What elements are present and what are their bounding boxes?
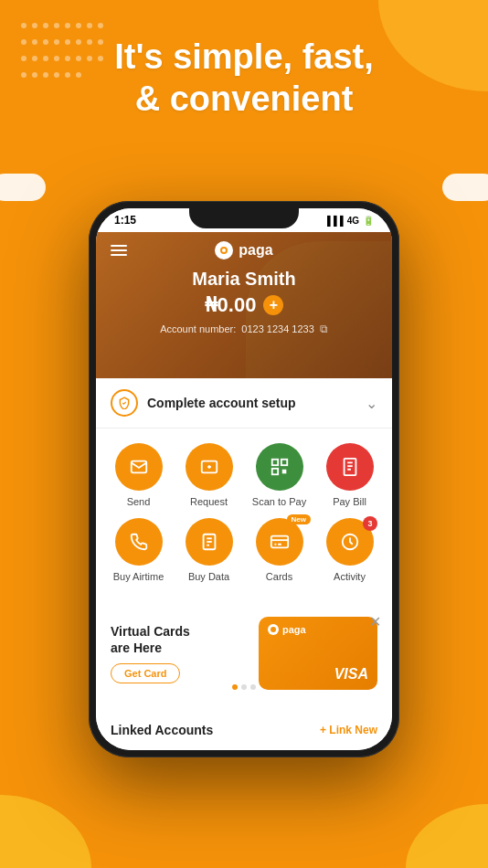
network-type: 4G bbox=[347, 216, 359, 226]
account-number: 0123 1234 1233 bbox=[241, 323, 314, 334]
request-icon bbox=[186, 443, 233, 491]
logo-text: paga bbox=[239, 242, 272, 259]
send-icon bbox=[115, 443, 163, 491]
svg-point-1 bbox=[222, 249, 226, 252]
svg-rect-13 bbox=[271, 536, 287, 548]
setup-left: Complete account setup bbox=[111, 389, 296, 417]
bg-decoration-bottom-left bbox=[0, 795, 91, 868]
cards-label: Cards bbox=[266, 571, 292, 582]
cloud-left bbox=[0, 174, 46, 201]
send-label: Send bbox=[127, 496, 151, 507]
request-label: Request bbox=[190, 496, 228, 507]
activity-badge: 3 bbox=[363, 516, 377, 531]
account-label: Account number: bbox=[160, 323, 236, 334]
link-new-button[interactable]: + Link New bbox=[320, 724, 377, 736]
user-info: Maria Smith ₦0.00 + Account number: 0123… bbox=[111, 269, 377, 335]
chevron-down-icon: ⌄ bbox=[366, 395, 377, 412]
phone-screen: 1:15 ▐▐▐ 4G 🔋 bbox=[96, 208, 392, 750]
cards-icon bbox=[256, 518, 303, 566]
top-navigation: paga bbox=[111, 241, 377, 259]
logo-icon bbox=[215, 241, 233, 259]
virtual-card-banner: Virtual Cards are Here Get Card paga VIS… bbox=[96, 604, 392, 703]
phone-mockup: 1:15 ▐▐▐ 4G 🔋 bbox=[89, 201, 399, 757]
hero-section: It's simple, fast, & convenient bbox=[0, 0, 488, 138]
linked-accounts-title: Linked Accounts bbox=[111, 723, 213, 737]
get-card-button[interactable]: Get Card bbox=[111, 663, 180, 683]
app-logo: paga bbox=[215, 241, 272, 259]
action-pay-bill[interactable]: Pay Bill bbox=[316, 443, 383, 507]
banner-dots bbox=[232, 684, 256, 690]
phone-outer-frame: 1:15 ▐▐▐ 4G 🔋 bbox=[89, 201, 399, 757]
copy-icon[interactable]: ⧉ bbox=[320, 323, 328, 335]
buy-airtime-icon bbox=[115, 518, 163, 566]
app-header: paga Maria Smith ₦0.00 + Account number:… bbox=[96, 232, 392, 378]
linked-accounts-section: Linked Accounts + Link New bbox=[96, 710, 392, 750]
activity-label: Activity bbox=[334, 571, 366, 582]
quick-actions-grid: Send Request bbox=[96, 429, 392, 597]
svg-rect-6 bbox=[271, 469, 277, 474]
signal-icon: ▐▐▐ bbox=[324, 216, 343, 226]
virtual-card-visual: paga VISA bbox=[259, 617, 377, 690]
shield-icon bbox=[111, 389, 138, 417]
balance-row: ₦0.00 + bbox=[111, 293, 377, 317]
action-buy-data[interactable]: Buy Data bbox=[175, 518, 242, 582]
scan-to-pay-label: Scan to Pay bbox=[252, 496, 306, 507]
battery-icon: 🔋 bbox=[363, 216, 374, 226]
account-number-row: Account number: 0123 1234 1233 ⧉ bbox=[111, 323, 377, 335]
visa-logo: VISA bbox=[334, 666, 368, 683]
close-banner-button[interactable]: ✕ bbox=[369, 613, 381, 630]
pay-bill-icon bbox=[326, 443, 374, 491]
svg-rect-7 bbox=[282, 471, 285, 473]
hamburger-menu[interactable] bbox=[111, 245, 127, 256]
linked-accounts-header: Linked Accounts + Link New bbox=[111, 723, 377, 737]
bg-decoration-bottom-right bbox=[406, 804, 488, 868]
cloud-right bbox=[442, 174, 488, 201]
balance-amount: ₦0.00 bbox=[205, 293, 257, 317]
user-name: Maria Smith bbox=[111, 269, 377, 290]
dot-1 bbox=[232, 684, 238, 690]
action-buy-airtime[interactable]: Buy Airtime bbox=[105, 518, 172, 582]
buy-airtime-label: Buy Airtime bbox=[113, 571, 164, 582]
pay-bill-label: Pay Bill bbox=[333, 496, 366, 507]
action-send[interactable]: Send bbox=[105, 443, 172, 507]
setup-banner[interactable]: Complete account setup ⌄ bbox=[96, 378, 392, 429]
action-request[interactable]: Request bbox=[175, 443, 242, 507]
card-paga-logo: paga bbox=[268, 624, 306, 635]
buy-data-label: Buy Data bbox=[188, 571, 229, 582]
action-activity[interactable]: 3 Activity bbox=[316, 518, 383, 582]
virtual-card-title: Virtual Cards are Here bbox=[111, 623, 190, 656]
buy-data-icon bbox=[186, 518, 233, 566]
dot-2 bbox=[241, 684, 247, 690]
action-scan-to-pay[interactable]: Scan to Pay bbox=[246, 443, 313, 507]
svg-rect-4 bbox=[271, 460, 277, 465]
status-icons: ▐▐▐ 4G 🔋 bbox=[324, 216, 374, 226]
action-cards[interactable]: New Cards bbox=[246, 518, 313, 582]
svg-rect-5 bbox=[281, 460, 286, 465]
setup-text: Complete account setup bbox=[147, 396, 296, 410]
dot-3 bbox=[250, 684, 256, 690]
status-time: 1:15 bbox=[114, 214, 136, 227]
notch bbox=[189, 208, 299, 228]
virtual-card-text: Virtual Cards are Here Get Card bbox=[111, 623, 190, 683]
hero-title: It's simple, fast, & convenient bbox=[27, 37, 461, 120]
new-badge: New bbox=[287, 514, 311, 524]
add-money-button[interactable]: + bbox=[263, 295, 283, 315]
scan-to-pay-icon bbox=[256, 443, 303, 491]
